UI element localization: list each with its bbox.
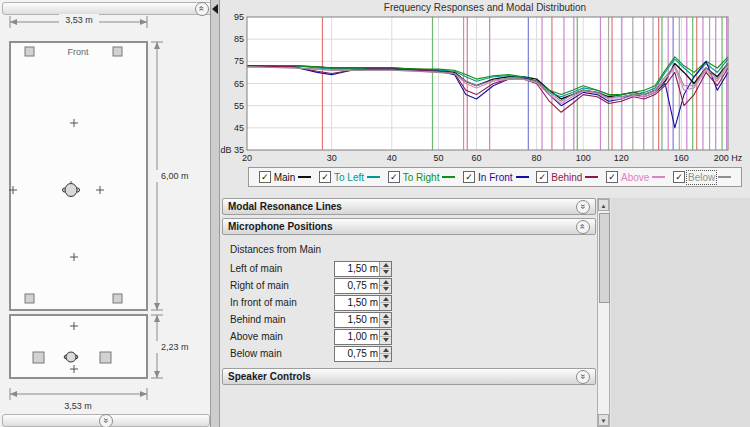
- spin-down-button[interactable]: [380, 320, 391, 327]
- spin-down-button[interactable]: [380, 269, 391, 276]
- room-height-label: 2,23 m: [161, 342, 189, 352]
- svg-text:80: 80: [532, 153, 542, 163]
- bottom-width-label: 3,53 m: [64, 401, 92, 411]
- room-top-view: 3,53 m Front: [0, 10, 210, 312]
- checkbox-behind[interactable]: ✓: [536, 171, 548, 183]
- svg-text:60: 60: [471, 153, 481, 163]
- line-swatch: [652, 176, 665, 178]
- below-main-input[interactable]: [335, 347, 379, 361]
- splitter-arrow-icon[interactable]: [212, 4, 218, 14]
- checkbox-above[interactable]: ✓: [606, 171, 618, 183]
- app-window: » 3,53 m Front: [0, 0, 750, 427]
- spinner: [379, 262, 391, 276]
- speaker-icon[interactable]: [33, 352, 44, 363]
- empty-area: [611, 198, 750, 427]
- checkbox-in-front[interactable]: ✓: [463, 171, 475, 183]
- spin-down-button[interactable]: [380, 354, 391, 361]
- scroll-up-button[interactable]: ▲: [598, 199, 609, 211]
- legend-item-to-left[interactable]: ✓ To Left: [319, 171, 380, 183]
- expand-down-icon[interactable]: »: [576, 370, 590, 384]
- spinner: [379, 330, 391, 344]
- vertical-scrollbar[interactable]: ▲ ▼: [597, 198, 610, 427]
- spin-up-button[interactable]: [380, 296, 391, 304]
- svg-text:200 Hz: 200 Hz: [714, 153, 743, 163]
- svg-text:120: 120: [614, 153, 629, 163]
- speaker-icon[interactable]: [100, 352, 111, 363]
- section-microphone-positions[interactable]: Microphone Positions »: [222, 218, 596, 235]
- collapse-up-icon[interactable]: »: [576, 220, 590, 234]
- spinner: [379, 347, 391, 361]
- room-outline-side: [10, 315, 147, 378]
- mic-row-below-main: Below main: [222, 345, 596, 362]
- checkbox-to-right[interactable]: ✓: [388, 171, 400, 183]
- line-swatch: [367, 176, 380, 178]
- panel-splitter[interactable]: [210, 0, 220, 427]
- room-layout-panel: » 3,53 m Front: [0, 0, 210, 427]
- chart-legend: ✓ Main ✓ To Left ✓ To Right ✓ In Front ✓: [248, 167, 742, 187]
- svg-text:65: 65: [234, 79, 244, 89]
- legend-item-in-front[interactable]: ✓ In Front: [463, 171, 528, 183]
- spin-down-button[interactable]: [380, 337, 391, 344]
- spin-down-button[interactable]: [380, 286, 391, 293]
- speaker-icon[interactable]: [113, 47, 122, 56]
- checkbox-to-left[interactable]: ✓: [319, 171, 331, 183]
- collapse-down-icon[interactable]: »: [99, 414, 113, 427]
- svg-text:40: 40: [387, 153, 397, 163]
- room-length-dimension: 6,00 m: [150, 42, 192, 310]
- room-length-label: 6,00 m: [161, 171, 189, 181]
- section-modal-resonance-lines[interactable]: Modal Resonance Lines »: [222, 198, 596, 215]
- behind-main-input[interactable]: [335, 313, 379, 327]
- legend-item-to-right[interactable]: ✓ To Right: [388, 171, 456, 183]
- checkbox-main[interactable]: ✓: [259, 171, 271, 183]
- right-of-main-input[interactable]: [335, 279, 379, 293]
- mic-row-above-main: Above main: [222, 328, 596, 345]
- microphone-positions-content: Distances from Main Left of main Right o…: [222, 238, 596, 368]
- svg-text:30: 30: [327, 153, 337, 163]
- room-side-view: 2,23 m 3,53 m: [0, 312, 210, 424]
- spinner: [379, 313, 391, 327]
- spin-up-button[interactable]: [380, 262, 391, 270]
- analysis-panel: Frequency Responses and Modal Distributi…: [220, 0, 750, 427]
- checkbox-below[interactable]: ✓: [673, 171, 685, 183]
- line-swatch: [298, 176, 311, 178]
- spin-down-button[interactable]: [380, 303, 391, 310]
- spinner: [379, 279, 391, 293]
- mic-row-left-of-main: Left of main: [222, 260, 596, 277]
- spin-up-button[interactable]: [380, 330, 391, 338]
- mic-row-right-of-main: Right of main: [222, 277, 596, 294]
- spin-up-button[interactable]: [380, 347, 391, 355]
- distances-from-main-label: Distances from Main: [222, 240, 596, 260]
- top-width-dimension: 3,53 m: [10, 14, 147, 28]
- layout-collapse-bar-bottom[interactable]: »: [2, 414, 210, 427]
- speaker-icon[interactable]: [113, 294, 122, 303]
- above-main-input[interactable]: [335, 330, 379, 344]
- spin-up-button[interactable]: [380, 313, 391, 321]
- svg-text:20: 20: [242, 153, 252, 163]
- legend-item-below[interactable]: ✓ Below: [673, 171, 731, 183]
- speaker-icon[interactable]: [25, 47, 34, 56]
- speaker-icon[interactable]: [25, 294, 34, 303]
- line-swatch: [442, 176, 455, 178]
- svg-text:45: 45: [234, 123, 244, 133]
- expand-down-icon[interactable]: »: [576, 200, 590, 214]
- svg-text:100: 100: [576, 153, 591, 163]
- line-swatch: [516, 176, 529, 178]
- frequency-response-chart: 958575655545dB 3520304050608010012016020…: [220, 0, 750, 165]
- svg-text:160: 160: [674, 153, 689, 163]
- scroll-down-button[interactable]: ▼: [598, 414, 609, 426]
- legend-item-behind[interactable]: ✓ Behind: [536, 171, 598, 183]
- svg-text:dB 35: dB 35: [220, 145, 244, 155]
- left-of-main-input[interactable]: [335, 262, 379, 276]
- chart-title: Frequency Responses and Modal Distributi…: [220, 2, 750, 13]
- spin-up-button[interactable]: [380, 279, 391, 287]
- svg-text:85: 85: [234, 34, 244, 44]
- room-outline-top: [10, 42, 147, 310]
- section-speaker-controls[interactable]: Speaker Controls »: [222, 368, 596, 385]
- legend-item-main[interactable]: ✓ Main: [259, 171, 312, 183]
- legend-item-above[interactable]: ✓ Above: [606, 171, 665, 183]
- scrollbar-thumb[interactable]: [599, 213, 610, 303]
- mic-row-behind-main: Behind main: [222, 311, 596, 328]
- bottom-width-dimension: 3,53 m: [10, 388, 147, 411]
- in-front-of-main-input[interactable]: [335, 296, 379, 310]
- svg-text:50: 50: [433, 153, 443, 163]
